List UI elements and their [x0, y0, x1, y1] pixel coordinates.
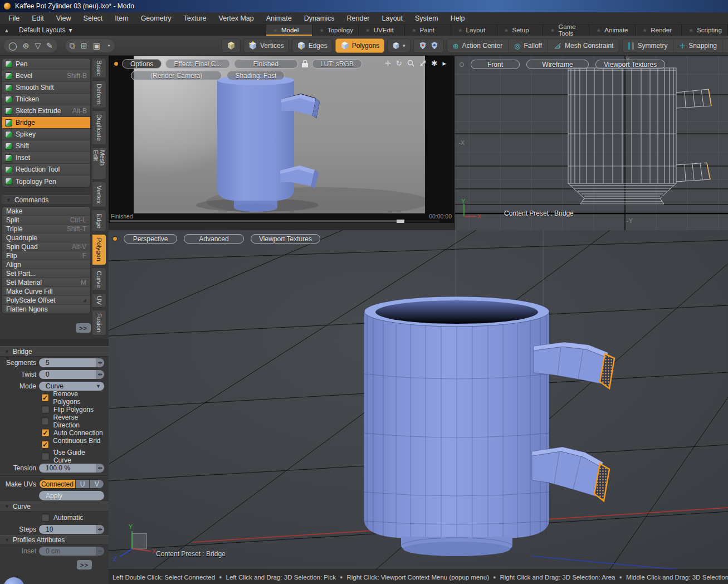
- tool-bevel[interactable]: BevelShift-B: [2, 70, 90, 82]
- vtab-mesh-edit[interactable]: Mesh Edit: [92, 147, 106, 179]
- polygons-mode-button[interactable]: Polygons: [335, 38, 384, 53]
- segments-stepper[interactable]: ◂▸: [96, 358, 104, 367]
- vtab-basic[interactable]: Basic: [92, 58, 106, 78]
- automatic-row[interactable]: ✓ Automatic: [0, 512, 109, 523]
- front-viewport[interactable]: +Y -X -Y Y X Content Preset : Bridge Fro…: [454, 56, 728, 230]
- commands-more-button[interactable]: >>: [76, 323, 91, 333]
- square-dot-icon[interactable]: ▣: [93, 42, 100, 50]
- cmd-spin-quad[interactable]: Spin QuadAlt-V: [2, 242, 90, 251]
- tab-model[interactable]: ★Model: [266, 25, 312, 36]
- pie-icon[interactable]: ◔: [106, 42, 110, 50]
- snapping-button[interactable]: ✛Snapping: [673, 39, 723, 52]
- cmd-align[interactable]: Align: [2, 260, 90, 269]
- auto-connection-checkbox[interactable]: ✓: [41, 429, 50, 437]
- flip-polygons-checkbox[interactable]: ✓: [41, 405, 50, 413]
- tool-sketch-extrude[interactable]: Sketch ExtrudeAlt-B: [2, 105, 90, 117]
- menu-geometry[interactable]: Geometry: [135, 13, 178, 24]
- tab-layout[interactable]: ★Layout: [451, 25, 497, 36]
- lock-icon[interactable]: [302, 63, 308, 67]
- zoom-icon[interactable]: [407, 60, 414, 67]
- tool-inset[interactable]: Inset: [2, 152, 90, 164]
- vtab-polygon[interactable]: Polygon: [92, 234, 106, 265]
- cmd-set-part[interactable]: Set Part...: [2, 269, 90, 278]
- menu-view[interactable]: View: [50, 13, 77, 24]
- render-preview-viewport[interactable]: Options Effect: Final C... Finished LUT:…: [109, 56, 454, 223]
- menu-animate[interactable]: Animate: [260, 13, 298, 24]
- tool-thicken[interactable]: Thicken: [2, 94, 90, 105]
- menu-texture[interactable]: Texture: [178, 13, 213, 24]
- cmd-split[interactable]: SplitCtrl-L: [2, 216, 90, 225]
- item-mode-button[interactable]: [222, 38, 241, 53]
- default-layouts-dropdown[interactable]: Default Layouts ▾: [13, 25, 77, 36]
- cmd-flatten-ngons[interactable]: Flatten Ngons: [2, 305, 90, 314]
- remove-polygons-checkbox[interactable]: ✓: [41, 393, 49, 402]
- finished-button[interactable]: Finished: [234, 59, 298, 69]
- pan-icon[interactable]: ✛: [385, 59, 391, 67]
- properties-more-button[interactable]: >>: [77, 560, 92, 570]
- uv-u-button[interactable]: U: [76, 480, 90, 488]
- continuous-bridge-checkbox[interactable]: ✓: [41, 440, 49, 449]
- cmd-make[interactable]: Make: [2, 207, 90, 216]
- action-center-button[interactable]: ⊕Action Center: [447, 39, 509, 52]
- menu-file[interactable]: File: [2, 13, 26, 24]
- effect-button[interactable]: Effect: Final C...: [165, 59, 229, 69]
- expand-arrow-icon[interactable]: ▸: [442, 59, 446, 67]
- mode-dropdown-button[interactable]: ▾: [387, 38, 411, 53]
- edges-mode-button[interactable]: Edges: [292, 38, 333, 53]
- tool-shift[interactable]: Shift: [2, 140, 90, 152]
- vtab-uv[interactable]: UV: [92, 293, 106, 308]
- tool-reduction[interactable]: Reduction Tool: [2, 164, 90, 176]
- vtab-edge[interactable]: Edge: [92, 210, 106, 232]
- front-tab[interactable]: Front: [471, 60, 520, 69]
- menu-render[interactable]: Render: [341, 13, 376, 24]
- automatic-checkbox[interactable]: ✓: [41, 513, 50, 522]
- vtab-duplicate[interactable]: Duplicate: [92, 110, 106, 145]
- uv-v-button[interactable]: V: [90, 480, 104, 488]
- menu-edit[interactable]: Edit: [26, 13, 50, 24]
- lut-button[interactable]: LUT: sRGB: [312, 59, 362, 69]
- tab-topology[interactable]: ★Topology: [312, 25, 359, 36]
- viewport-textures-tab[interactable]: Viewport Textures: [251, 234, 320, 244]
- falloff-button[interactable]: ◎Falloff: [509, 39, 548, 52]
- use-guide-curve-row[interactable]: ✓ Use Guide Curve: [0, 450, 109, 462]
- shading-button[interactable]: Shading: Fast: [227, 71, 285, 80]
- sphere-primitive-icon[interactable]: ⊕: [23, 42, 30, 50]
- menu-vertex-map[interactable]: Vertex Map: [213, 13, 260, 24]
- gear-icon[interactable]: ✱: [432, 59, 438, 67]
- viewport-dot-icon[interactable]: [113, 237, 117, 241]
- tension-stepper[interactable]: ◂▸: [96, 464, 104, 473]
- tab-setup[interactable]: ★Setup: [497, 25, 544, 36]
- select-through-button[interactable]: ❖Select Throu: [723, 39, 728, 52]
- maximize-icon[interactable]: [419, 60, 427, 67]
- profiles-section-header[interactable]: ▼ Profiles Attributes: [0, 535, 109, 545]
- options-button[interactable]: Options: [122, 59, 162, 69]
- twist-stepper[interactable]: ◂▸: [96, 370, 104, 379]
- cmd-polyscale-offset[interactable]: PolyScale Offset◢: [2, 296, 90, 305]
- vtab-curve[interactable]: Curve: [92, 267, 106, 291]
- tool-smooth-shift[interactable]: Smooth Shift: [2, 82, 90, 94]
- menu-dynamics[interactable]: Dynamics: [298, 13, 341, 24]
- circle-primitive-icon[interactable]: ◯: [8, 42, 17, 50]
- twist-field[interactable]: 0 ◂▸: [39, 370, 104, 379]
- cmd-flip[interactable]: FlipF: [2, 251, 90, 260]
- cmd-quadruple[interactable]: Quadruple: [2, 233, 90, 242]
- segments-field[interactable]: 5 ◂▸: [39, 358, 104, 367]
- cmd-make-curve-fill[interactable]: Make Curve Fill: [2, 287, 90, 296]
- cmd-triple[interactable]: TripleShift-T: [2, 225, 90, 233]
- axis-cube-icon[interactable]: ⊞: [81, 42, 87, 50]
- symmetry-button[interactable]: Symmetry: [623, 39, 673, 52]
- curve-section-header[interactable]: ▼ Curve: [0, 502, 109, 512]
- perspective-tab[interactable]: Perspective: [124, 234, 177, 244]
- mesh-constraint-button[interactable]: Mesh Constraint: [548, 39, 619, 52]
- wireframe-tab[interactable]: Wireframe: [526, 60, 589, 69]
- tool-bridge[interactable]: Bridge: [2, 117, 90, 129]
- remove-polygons-row[interactable]: ✓ Remove Polygons: [0, 392, 109, 403]
- vertices-mode-button[interactable]: Vertices: [243, 38, 289, 53]
- commands-header[interactable]: ▼ Commands: [2, 195, 91, 205]
- viewport-dot-icon[interactable]: [114, 62, 118, 66]
- reverse-direction-checkbox[interactable]: ✓: [41, 417, 49, 425]
- tool-pen[interactable]: Pen: [2, 59, 90, 70]
- menu-layout[interactable]: Layout: [376, 13, 409, 24]
- use-guide-curve-checkbox[interactable]: ✓: [41, 452, 50, 460]
- advanced-tab[interactable]: Advanced: [184, 234, 244, 244]
